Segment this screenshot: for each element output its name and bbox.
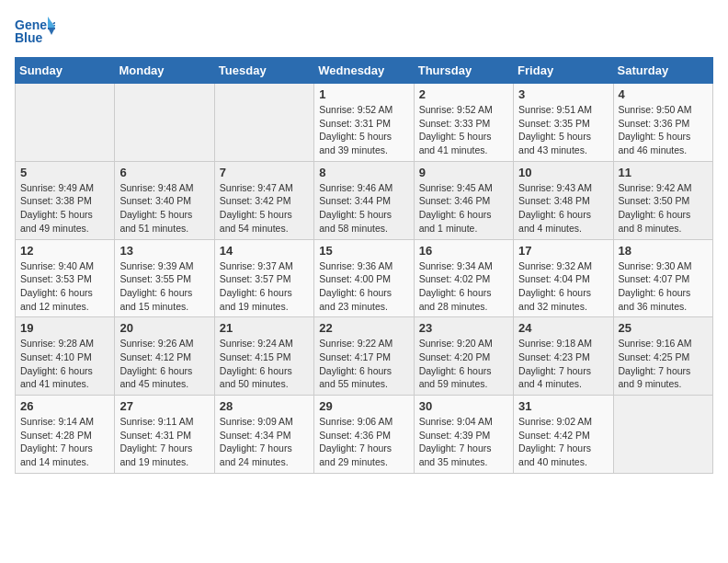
calendar-cell: 24Sunrise: 9:18 AM Sunset: 4:23 PM Dayli…	[514, 317, 613, 396]
weekday-header-sunday: Sunday	[16, 58, 115, 84]
logo: General Blue	[15, 15, 59, 48]
day-info: Sunrise: 9:32 AM Sunset: 4:04 PM Dayligh…	[518, 259, 608, 314]
page-header: General Blue	[15, 15, 713, 48]
calendar-cell: 12Sunrise: 9:40 AM Sunset: 3:53 PM Dayli…	[16, 239, 115, 317]
day-number: 31	[518, 399, 608, 413]
calendar-cell: 4Sunrise: 9:50 AM Sunset: 3:36 PM Daylig…	[613, 84, 712, 162]
calendar-cell: 18Sunrise: 9:30 AM Sunset: 4:07 PM Dayli…	[613, 239, 712, 317]
day-info: Sunrise: 9:11 AM Sunset: 4:31 PM Dayligh…	[119, 415, 209, 469]
day-number: 19	[20, 321, 109, 335]
day-info: Sunrise: 9:52 AM Sunset: 3:33 PM Dayligh…	[419, 103, 508, 157]
calendar-cell: 30Sunrise: 9:04 AM Sunset: 4:39 PM Dayli…	[414, 396, 513, 474]
day-info: Sunrise: 9:34 AM Sunset: 4:02 PM Dayligh…	[419, 259, 508, 314]
day-info: Sunrise: 9:24 AM Sunset: 4:15 PM Dayligh…	[220, 337, 309, 391]
day-number: 14	[220, 244, 309, 258]
calendar-cell: 19Sunrise: 9:28 AM Sunset: 4:10 PM Dayli…	[16, 317, 115, 396]
day-number: 16	[419, 244, 508, 258]
day-number: 3	[518, 87, 608, 101]
calendar-cell	[613, 396, 712, 474]
day-info: Sunrise: 9:40 AM Sunset: 3:53 PM Dayligh…	[20, 259, 109, 314]
weekday-header-wednesday: Wednesday	[314, 58, 414, 84]
day-number: 17	[518, 244, 608, 258]
day-info: Sunrise: 9:45 AM Sunset: 3:46 PM Dayligh…	[419, 181, 508, 236]
day-info: Sunrise: 9:16 AM Sunset: 4:25 PM Dayligh…	[619, 337, 708, 391]
calendar-cell: 28Sunrise: 9:09 AM Sunset: 4:34 PM Dayli…	[214, 396, 313, 474]
weekday-header-friday: Friday	[514, 58, 613, 84]
day-info: Sunrise: 9:52 AM Sunset: 3:31 PM Dayligh…	[319, 103, 408, 157]
day-number: 15	[319, 244, 408, 258]
day-info: Sunrise: 9:42 AM Sunset: 3:50 PM Dayligh…	[619, 181, 708, 236]
day-number: 27	[119, 399, 209, 413]
day-info: Sunrise: 9:28 AM Sunset: 4:10 PM Dayligh…	[20, 337, 109, 391]
calendar-cell: 7Sunrise: 9:47 AM Sunset: 3:42 PM Daylig…	[214, 161, 313, 239]
weekday-header-saturday: Saturday	[613, 58, 712, 84]
day-info: Sunrise: 9:48 AM Sunset: 3:40 PM Dayligh…	[119, 181, 209, 236]
day-info: Sunrise: 9:14 AM Sunset: 4:28 PM Dayligh…	[20, 415, 109, 469]
day-number: 4	[619, 87, 708, 101]
calendar-cell: 11Sunrise: 9:42 AM Sunset: 3:50 PM Dayli…	[613, 161, 712, 239]
day-number: 28	[220, 399, 309, 413]
day-number: 18	[619, 244, 708, 258]
day-info: Sunrise: 9:39 AM Sunset: 3:55 PM Dayligh…	[119, 259, 209, 314]
calendar-cell: 27Sunrise: 9:11 AM Sunset: 4:31 PM Dayli…	[115, 396, 214, 474]
day-number: 6	[119, 166, 209, 179]
day-info: Sunrise: 9:46 AM Sunset: 3:44 PM Dayligh…	[319, 181, 408, 236]
calendar-cell: 8Sunrise: 9:46 AM Sunset: 3:44 PM Daylig…	[314, 161, 414, 239]
calendar-table: SundayMondayTuesdayWednesdayThursdayFrid…	[15, 57, 713, 474]
day-number: 12	[20, 244, 109, 258]
svg-text:Blue: Blue	[15, 30, 43, 45]
day-info: Sunrise: 9:37 AM Sunset: 3:57 PM Dayligh…	[220, 259, 309, 314]
calendar-cell: 15Sunrise: 9:36 AM Sunset: 4:00 PM Dayli…	[314, 239, 414, 317]
day-info: Sunrise: 9:20 AM Sunset: 4:20 PM Dayligh…	[419, 337, 508, 391]
calendar-cell: 10Sunrise: 9:43 AM Sunset: 3:48 PM Dayli…	[514, 161, 613, 239]
calendar-cell: 29Sunrise: 9:06 AM Sunset: 4:36 PM Dayli…	[314, 396, 414, 474]
weekday-header-tuesday: Tuesday	[214, 58, 313, 84]
day-number: 25	[619, 321, 708, 335]
day-number: 2	[419, 87, 508, 101]
day-info: Sunrise: 9:51 AM Sunset: 3:35 PM Dayligh…	[518, 103, 608, 157]
day-number: 7	[220, 166, 309, 179]
calendar-cell: 5Sunrise: 9:49 AM Sunset: 3:38 PM Daylig…	[16, 161, 115, 239]
calendar-cell: 25Sunrise: 9:16 AM Sunset: 4:25 PM Dayli…	[613, 317, 712, 396]
day-number: 1	[319, 87, 408, 101]
calendar-cell: 3Sunrise: 9:51 AM Sunset: 3:35 PM Daylig…	[514, 84, 613, 162]
day-number: 10	[518, 166, 608, 179]
calendar-cell: 17Sunrise: 9:32 AM Sunset: 4:04 PM Dayli…	[514, 239, 613, 317]
day-number: 30	[419, 399, 508, 413]
calendar-cell: 13Sunrise: 9:39 AM Sunset: 3:55 PM Dayli…	[115, 239, 214, 317]
calendar-cell: 26Sunrise: 9:14 AM Sunset: 4:28 PM Dayli…	[16, 396, 115, 474]
day-info: Sunrise: 9:50 AM Sunset: 3:36 PM Dayligh…	[619, 103, 708, 157]
calendar-cell	[214, 84, 313, 162]
day-info: Sunrise: 9:36 AM Sunset: 4:00 PM Dayligh…	[319, 259, 408, 314]
calendar-cell: 16Sunrise: 9:34 AM Sunset: 4:02 PM Dayli…	[414, 239, 513, 317]
day-number: 13	[119, 244, 209, 258]
calendar-cell	[115, 84, 214, 162]
day-info: Sunrise: 9:30 AM Sunset: 4:07 PM Dayligh…	[619, 259, 708, 314]
weekday-header-monday: Monday	[115, 58, 214, 84]
calendar-cell: 1Sunrise: 9:52 AM Sunset: 3:31 PM Daylig…	[314, 84, 414, 162]
day-number: 20	[119, 321, 209, 335]
day-info: Sunrise: 9:06 AM Sunset: 4:36 PM Dayligh…	[319, 415, 408, 469]
calendar-cell: 31Sunrise: 9:02 AM Sunset: 4:42 PM Dayli…	[514, 396, 613, 474]
day-number: 24	[518, 321, 608, 335]
day-number: 5	[20, 166, 109, 179]
day-number: 11	[619, 166, 708, 179]
day-info: Sunrise: 9:43 AM Sunset: 3:48 PM Dayligh…	[518, 181, 608, 236]
day-number: 8	[319, 166, 408, 179]
calendar-cell: 20Sunrise: 9:26 AM Sunset: 4:12 PM Dayli…	[115, 317, 214, 396]
calendar-cell: 9Sunrise: 9:45 AM Sunset: 3:46 PM Daylig…	[414, 161, 513, 239]
calendar-cell: 22Sunrise: 9:22 AM Sunset: 4:17 PM Dayli…	[314, 317, 414, 396]
calendar-cell: 23Sunrise: 9:20 AM Sunset: 4:20 PM Dayli…	[414, 317, 513, 396]
day-number: 29	[319, 399, 408, 413]
day-info: Sunrise: 9:49 AM Sunset: 3:38 PM Dayligh…	[20, 181, 109, 236]
day-number: 21	[220, 321, 309, 335]
day-info: Sunrise: 9:09 AM Sunset: 4:34 PM Dayligh…	[220, 415, 309, 469]
day-number: 26	[20, 399, 109, 413]
calendar-cell: 14Sunrise: 9:37 AM Sunset: 3:57 PM Dayli…	[214, 239, 313, 317]
day-info: Sunrise: 9:02 AM Sunset: 4:42 PM Dayligh…	[518, 415, 608, 469]
calendar-cell: 2Sunrise: 9:52 AM Sunset: 3:33 PM Daylig…	[414, 84, 513, 162]
calendar-cell: 21Sunrise: 9:24 AM Sunset: 4:15 PM Dayli…	[214, 317, 313, 396]
logo-icon: General Blue	[15, 15, 55, 48]
day-info: Sunrise: 9:04 AM Sunset: 4:39 PM Dayligh…	[419, 415, 508, 469]
calendar-cell: 6Sunrise: 9:48 AM Sunset: 3:40 PM Daylig…	[115, 161, 214, 239]
